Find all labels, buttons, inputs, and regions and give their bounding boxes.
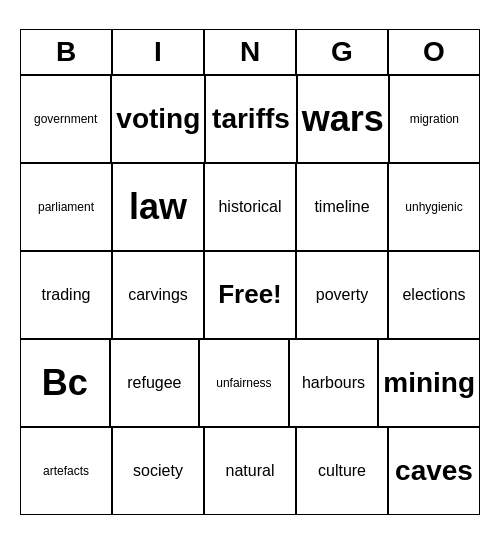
bingo-cell-2-0: trading bbox=[20, 251, 112, 339]
cell-text-1-4: unhygienic bbox=[405, 200, 462, 214]
cell-text-3-0: Bc bbox=[42, 361, 88, 404]
cell-text-3-3: harbours bbox=[302, 373, 365, 392]
header-letter-G: G bbox=[296, 29, 388, 75]
bingo-cell-2-2: Free! bbox=[204, 251, 296, 339]
bingo-cell-3-0: Bc bbox=[20, 339, 110, 427]
bingo-cell-4-2: natural bbox=[204, 427, 296, 515]
header-letter-O: O bbox=[388, 29, 480, 75]
bingo-cell-3-1: refugee bbox=[110, 339, 200, 427]
bingo-cell-1-2: historical bbox=[204, 163, 296, 251]
cell-text-3-1: refugee bbox=[127, 373, 181, 392]
bingo-cell-3-2: unfairness bbox=[199, 339, 289, 427]
cell-text-3-4: mining bbox=[383, 366, 475, 400]
bingo-cell-3-4: mining bbox=[378, 339, 480, 427]
bingo-cell-1-4: unhygienic bbox=[388, 163, 480, 251]
bingo-row-4: artefactssocietynaturalculturecaves bbox=[20, 427, 480, 515]
cell-text-1-1: law bbox=[129, 185, 187, 228]
bingo-cell-2-4: elections bbox=[388, 251, 480, 339]
cell-text-0-0: government bbox=[34, 112, 97, 126]
bingo-row-0: governmentvotingtariffswarsmigration bbox=[20, 75, 480, 163]
cell-text-2-1: carvings bbox=[128, 285, 188, 304]
bingo-cell-4-0: artefacts bbox=[20, 427, 112, 515]
cell-text-2-4: elections bbox=[402, 285, 465, 304]
header-letter-I: I bbox=[112, 29, 204, 75]
bingo-cell-0-2: tariffs bbox=[205, 75, 296, 163]
bingo-cell-0-1: voting bbox=[111, 75, 205, 163]
cell-text-4-3: culture bbox=[318, 461, 366, 480]
bingo-row-2: tradingcarvingsFree!povertyelections bbox=[20, 251, 480, 339]
bingo-cell-3-3: harbours bbox=[289, 339, 379, 427]
header-letter-B: B bbox=[20, 29, 112, 75]
cell-text-0-2: tariffs bbox=[212, 102, 290, 136]
header-letter-N: N bbox=[204, 29, 296, 75]
bingo-cell-1-3: timeline bbox=[296, 163, 388, 251]
cell-text-4-0: artefacts bbox=[43, 464, 89, 478]
bingo-cell-4-3: culture bbox=[296, 427, 388, 515]
cell-text-4-4: caves bbox=[395, 454, 473, 488]
bingo-row-3: Bcrefugeeunfairnessharboursmining bbox=[20, 339, 480, 427]
bingo-cell-2-1: carvings bbox=[112, 251, 204, 339]
bingo-cell-4-1: society bbox=[112, 427, 204, 515]
bingo-cell-1-0: parliament bbox=[20, 163, 112, 251]
cell-text-1-3: timeline bbox=[314, 197, 369, 216]
cell-text-4-1: society bbox=[133, 461, 183, 480]
bingo-row-1: parliamentlawhistoricaltimelineunhygieni… bbox=[20, 163, 480, 251]
bingo-card: BINGO governmentvotingtariffswarsmigrati… bbox=[10, 19, 490, 525]
cell-text-2-0: trading bbox=[42, 285, 91, 304]
bingo-cell-1-1: law bbox=[112, 163, 204, 251]
cell-text-3-2: unfairness bbox=[216, 376, 271, 390]
bingo-cell-0-0: government bbox=[20, 75, 111, 163]
cell-text-4-2: natural bbox=[226, 461, 275, 480]
cell-text-1-0: parliament bbox=[38, 200, 94, 214]
cell-text-2-3: poverty bbox=[316, 285, 368, 304]
bingo-cell-0-4: migration bbox=[389, 75, 480, 163]
bingo-grid: governmentvotingtariffswarsmigrationparl… bbox=[20, 75, 480, 515]
cell-text-0-4: migration bbox=[410, 112, 459, 126]
cell-text-0-1: voting bbox=[116, 102, 200, 136]
bingo-cell-2-3: poverty bbox=[296, 251, 388, 339]
bingo-header: BINGO bbox=[20, 29, 480, 75]
bingo-cell-0-3: wars bbox=[297, 75, 389, 163]
cell-text-1-2: historical bbox=[218, 197, 281, 216]
cell-text-0-3: wars bbox=[302, 97, 384, 140]
cell-text-2-2: Free! bbox=[218, 279, 282, 310]
bingo-cell-4-4: caves bbox=[388, 427, 480, 515]
